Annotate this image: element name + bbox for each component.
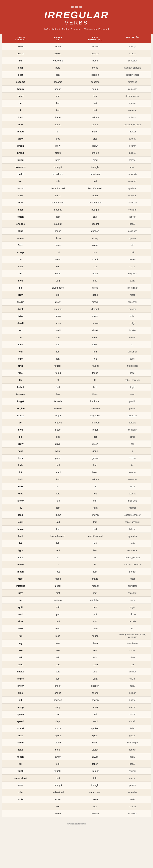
cell-2-1: was/were (39, 58, 77, 63)
table-row: winunderstoodunderstoodentender (2, 789, 151, 796)
cell-31-3: cortar (114, 264, 151, 269)
cell-68-1: led (39, 527, 77, 532)
table-row: feedfellfallencair (2, 341, 151, 348)
cell-11-0: bite (2, 122, 39, 127)
cell-41-0: fall (2, 335, 39, 340)
cell-45-0: find (2, 363, 39, 368)
table-row: takestolestolenroubar (2, 746, 151, 753)
cell-15-3: quebrar (114, 151, 151, 155)
cell-104-1: thought (39, 783, 77, 788)
cell-107-0 (2, 805, 39, 808)
table-row: buildbroadcastbroadcasttransmitir (2, 171, 151, 178)
cell-40-3: habitar (114, 328, 151, 333)
cell-83-3: andar (meio de transporte); cavalgar (114, 632, 151, 640)
table-row: biteboundboundamarrar; vincular (2, 121, 151, 128)
cell-88-1: sold (39, 669, 77, 674)
cell-11-1: bound (39, 122, 77, 127)
cell-70-3: partir (114, 541, 151, 546)
cell-16-3: procriar (114, 158, 151, 162)
cell-75-2: made (77, 576, 114, 581)
cell-26-3: escolher (114, 229, 151, 234)
cell-23-0: cast (2, 207, 39, 212)
table-row: bidbidbidoferecer (2, 107, 151, 114)
cell-99-2: stolen (77, 747, 114, 752)
cell-83-2: ridden (77, 633, 114, 639)
table-row: stealspentspentgastar (2, 732, 151, 739)
table-row: loseletletdeixar; permitir (2, 554, 151, 561)
cell-65-0: lay (2, 505, 39, 510)
cell-91-2: shone (77, 690, 114, 695)
cell-60-2: heard (77, 470, 114, 475)
cell-42-0: feed (2, 342, 39, 347)
website: www.iedvesuite.com.br (67, 823, 86, 825)
cell-102-3: ensinar (114, 769, 151, 774)
cell-61-0: hold (2, 477, 39, 482)
cell-21-2: burst (77, 193, 114, 198)
cell-36-0: dream (2, 300, 39, 305)
cell-26-2: chosen (77, 228, 114, 234)
cell-48-1: fled (39, 384, 77, 390)
cell-38-0: drive (2, 314, 39, 319)
cell-94-3: sentar (114, 712, 151, 717)
cell-22-2: bust/busted (77, 200, 114, 205)
cell-58-0: hear (2, 456, 39, 461)
cell-34-1: dived/dove (39, 285, 77, 290)
cell-78-1: mistook (39, 597, 77, 602)
cell-14-3: soprar (114, 144, 151, 148)
cell-108-2: written (77, 811, 114, 816)
cell-63-2: held (77, 491, 114, 496)
cell-17-3: trazer (114, 165, 151, 169)
cell-5-1: became (39, 80, 77, 85)
cell-9-3: oferecer (114, 108, 151, 113)
cell-68-3: liderar (114, 527, 151, 532)
table-row: drinkdreamtdreamtsonhar (2, 306, 151, 313)
table-row: leadknewknownsaber; conhecer (2, 512, 151, 519)
cell-1-2: awoken (77, 51, 114, 56)
cell-48-0: forbid (2, 384, 39, 390)
cell-102-1: taught (39, 769, 77, 774)
cell-13-0: blow (2, 136, 39, 141)
table-row: choosecaughtcaughtpegar (2, 220, 151, 227)
cell-37-3: sonhar (114, 307, 151, 312)
cell-12-2: bitten (77, 129, 114, 134)
cell-34-3: mergulhar (114, 285, 151, 290)
cell-39-1: drove (39, 321, 77, 326)
table-body: arisearosearisenemergirawakeawokeawokena… (2, 43, 151, 817)
cell-86-0: sell (2, 655, 39, 660)
cell-61-1: hid (39, 477, 77, 482)
cell-24-0: catch (2, 214, 39, 219)
table-row: comeclungclungagarrar (2, 235, 151, 242)
table-row: knowhurthurtmachucar (2, 497, 151, 504)
cell-33-0: dive (2, 278, 39, 283)
cell-47-2: fit (77, 377, 114, 382)
cell-25-1: caught (39, 221, 77, 226)
table-row: broadcastbroughtbroughttrazer (2, 164, 151, 171)
table-row: dwelldrovedrivendirigir (2, 320, 151, 327)
cell-46-2: found (77, 370, 114, 375)
cell-58-2: grown (77, 456, 114, 461)
table-row: creepcostcostcusto (2, 249, 151, 256)
cell-56-3: dar (114, 441, 151, 446)
cell-82-2: read (77, 626, 114, 631)
cell-74-1: lost (39, 569, 77, 574)
cell-17-2: brought (77, 164, 114, 169)
cell-28-1: came (39, 243, 77, 248)
cell-25-0: choose (2, 221, 39, 226)
cell-75-0: meet (2, 576, 39, 581)
cell-0-1: arose (39, 44, 77, 49)
cell-31-1: cut (39, 264, 77, 269)
table-row: laykeptkeptmanter (2, 504, 151, 512)
cell-14-0: break (2, 143, 39, 148)
cell-95-0: spend (2, 719, 39, 724)
cell-63-1: held (39, 491, 77, 496)
cell-2-3: ser/estar (114, 58, 151, 63)
cell-74-3: perder (114, 569, 151, 574)
dot-2 (75, 6, 78, 8)
cell-29-2: cost (77, 250, 114, 255)
cell-36-1: drew (39, 300, 77, 305)
cell-25-3: pegar (114, 221, 151, 226)
cell-72-1: let (39, 555, 77, 560)
cell-56-1: gave (39, 441, 77, 446)
cell-16-1: bred (39, 157, 77, 162)
table-row: hurthithitatingir (2, 483, 151, 490)
